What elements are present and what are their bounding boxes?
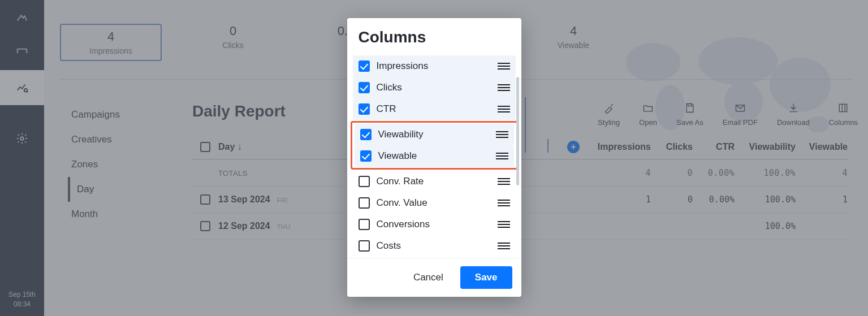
checkbox-icon[interactable]	[359, 219, 370, 230]
column-option-impressions[interactable]: Impressions	[353, 55, 516, 77]
checkbox-icon[interactable]	[359, 60, 370, 72]
drag-handle-icon[interactable]	[498, 178, 510, 185]
column-option-ctr[interactable]: CTR	[353, 98, 516, 120]
checkbox-icon[interactable]	[359, 197, 370, 209]
column-option-costs[interactable]: Costs	[353, 235, 516, 257]
column-option-conversions[interactable]: Conversions	[353, 214, 516, 235]
drag-handle-icon[interactable]	[498, 243, 510, 249]
checkbox-icon[interactable]	[359, 240, 370, 252]
cancel-button[interactable]: Cancel	[407, 267, 450, 288]
checkbox-icon[interactable]	[360, 129, 372, 140]
drag-handle-icon[interactable]	[498, 200, 510, 206]
modal-title: Columns	[347, 18, 521, 53]
columns-list: Impressions Clicks CTR Viewability Viewa…	[347, 53, 521, 258]
save-button[interactable]: Save	[460, 266, 512, 289]
column-option-viewable[interactable]: Viewable	[355, 145, 514, 167]
column-option-conv-value[interactable]: Conv. Value	[353, 192, 516, 214]
checkbox-icon[interactable]	[359, 103, 370, 115]
column-option-conv-rate[interactable]: Conv. Rate	[353, 171, 516, 192]
drag-handle-icon[interactable]	[498, 221, 510, 228]
drag-handle-icon[interactable]	[498, 106, 510, 112]
modal-footer: Cancel Save	[347, 258, 521, 297]
drag-handle-icon[interactable]	[498, 63, 510, 70]
column-option-clicks[interactable]: Clicks	[353, 77, 516, 98]
checkbox-icon[interactable]	[359, 176, 370, 187]
drag-handle-icon[interactable]	[496, 131, 508, 138]
checkbox-icon[interactable]	[360, 150, 372, 162]
checkbox-icon[interactable]	[359, 82, 370, 93]
modal-overlay[interactable]: Columns Impressions Clicks CTR Viewabili…	[0, 0, 868, 316]
drag-handle-icon[interactable]	[496, 153, 508, 159]
columns-modal: Columns Impressions Clicks CTR Viewabili…	[347, 18, 521, 297]
highlighted-group: Viewability Viewable	[351, 121, 518, 170]
scrollbar-thumb[interactable]	[516, 77, 519, 185]
column-option-viewability[interactable]: Viewability	[355, 124, 514, 145]
drag-handle-icon[interactable]	[498, 84, 510, 91]
